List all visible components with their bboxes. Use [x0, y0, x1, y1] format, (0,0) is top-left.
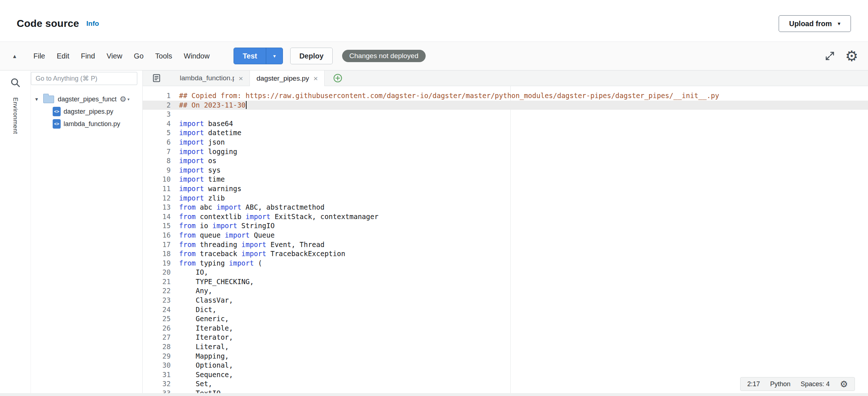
line-number: 10	[143, 175, 174, 184]
code-line[interactable]: 13from abc import ABC, abstractmethod	[143, 203, 868, 212]
code-line[interactable]: 25 Generic,	[143, 314, 868, 324]
code-text: ## Copied from: https://raw.githubuserco…	[174, 91, 719, 101]
code-text: TYPE_CHECKING,	[174, 277, 254, 287]
settings-gear-icon[interactable]: ⚙	[845, 49, 858, 63]
code-line[interactable]: 8import os	[143, 156, 868, 166]
code-text: import time	[174, 175, 225, 184]
code-lines: 1## Copied from: https://raw.githubuserc…	[143, 86, 868, 393]
line-number: 8	[143, 156, 174, 166]
menu-window[interactable]: Window	[178, 52, 215, 60]
upload-from-button[interactable]: Upload from ▾	[779, 15, 851, 32]
file-list-icon[interactable]	[152, 73, 161, 83]
close-tab-icon[interactable]: ×	[239, 74, 243, 82]
code-line[interactable]: 26 Iterable,	[143, 324, 868, 333]
code-text: Sequence,	[174, 370, 233, 380]
code-line[interactable]: 18from traceback import TracebackExcepti…	[143, 249, 868, 259]
code-editor[interactable]: 1## Copied from: https://raw.githubuserc…	[143, 86, 868, 393]
line-number: 13	[143, 203, 174, 212]
line-number: 27	[143, 333, 174, 342]
collapse-panel-icon[interactable]: ▴	[13, 52, 23, 60]
new-tab-icon[interactable]	[333, 73, 343, 83]
menu-go[interactable]: Go	[128, 52, 150, 60]
code-line[interactable]: 14from contextlib import ExitStack, cont…	[143, 212, 868, 222]
tab-dagster_pipes.py[interactable]: dagster_pipes.py×	[250, 70, 325, 86]
code-line[interactable]: 9import sys	[143, 166, 868, 175]
python-file-icon: <>	[53, 107, 61, 116]
code-line[interactable]: 20 IO,	[143, 268, 868, 277]
folder-settings-gear-icon[interactable]: ⚙▾	[119, 96, 129, 103]
search-icon[interactable]	[10, 77, 21, 88]
folder-icon	[43, 96, 54, 103]
code-line[interactable]: 28 Literal,	[143, 342, 868, 352]
line-number: 20	[143, 268, 174, 277]
code-text: Generic,	[174, 314, 229, 324]
cursor-position[interactable]: 2:17	[747, 380, 760, 388]
code-text: Any,	[174, 286, 212, 296]
fullscreen-icon[interactable]	[824, 50, 835, 61]
code-line[interactable]: 7import logging	[143, 147, 868, 157]
code-line[interactable]: 1## Copied from: https://raw.githubuserc…	[143, 91, 868, 101]
language-mode[interactable]: Python	[770, 380, 790, 388]
code-text: from io import StringIO	[174, 221, 275, 231]
line-number: 12	[143, 194, 174, 203]
code-text	[174, 110, 179, 119]
line-number: 6	[143, 138, 174, 147]
menu-view[interactable]: View	[101, 52, 128, 60]
tab-label: lambda_function.py	[180, 74, 234, 82]
code-line[interactable]: 15from io import StringIO	[143, 221, 868, 231]
code-text: from contextlib import ExitStack, contex…	[174, 212, 378, 222]
code-line[interactable]: 3	[143, 110, 868, 119]
environment-tab[interactable]: Environment	[12, 97, 19, 134]
indent-setting[interactable]: Spaces: 4	[801, 380, 830, 388]
code-line[interactable]: 17from threading import Event, Thread	[143, 240, 868, 250]
code-line[interactable]: 19from typing import (	[143, 259, 868, 268]
code-text: Literal,	[174, 342, 229, 352]
disclosure-triangle-icon[interactable]: ▾	[35, 96, 43, 102]
editor-column: lambda_function.py×dagster_pipes.py× 1##…	[143, 70, 868, 393]
line-number: 17	[143, 240, 174, 250]
code-text: Optional,	[174, 361, 233, 370]
code-text: from traceback import TracebackException	[174, 249, 345, 259]
chevron-down-icon: ▾	[837, 20, 840, 27]
test-split-button: Test ▾	[234, 48, 283, 64]
code-line[interactable]: 23 ClassVar,	[143, 296, 868, 305]
menu-find[interactable]: Find	[75, 52, 101, 60]
test-button[interactable]: Test	[234, 48, 266, 64]
code-line[interactable]: 12import zlib	[143, 194, 868, 203]
file-tree: ▾ dagster_pipes_funct ⚙▾ <>dagster_pipes…	[31, 93, 142, 130]
menu-file[interactable]: File	[28, 52, 51, 60]
code-line[interactable]: 16from queue import Queue	[143, 231, 868, 240]
code-text: ## On 2023-11-30	[174, 101, 247, 110]
code-line[interactable]: 21 TYPE_CHECKING,	[143, 277, 868, 287]
goto-anything-input[interactable]	[31, 72, 137, 85]
tab-lambda_function.py[interactable]: lambda_function.py×	[173, 70, 250, 86]
info-link[interactable]: Info	[86, 20, 99, 28]
editor-settings-gear-icon[interactable]: ⚙	[840, 380, 848, 389]
tree-folder-row[interactable]: ▾ dagster_pipes_funct ⚙▾	[31, 93, 142, 105]
code-line[interactable]: 10import time	[143, 175, 868, 184]
line-number: 29	[143, 352, 174, 361]
menu-tools[interactable]: Tools	[149, 52, 178, 60]
tree-file-lambda_function.py[interactable]: <>lambda_function.py	[31, 118, 142, 130]
code-line[interactable]: 4import base64	[143, 119, 868, 129]
close-tab-icon[interactable]: ×	[313, 74, 318, 82]
code-line[interactable]: 6import json	[143, 138, 868, 147]
code-line[interactable]: 29 Mapping,	[143, 352, 868, 361]
menu-edit[interactable]: Edit	[51, 52, 75, 60]
left-dock: Environment	[0, 70, 31, 393]
deploy-status-badge: Changes not deployed	[342, 50, 426, 62]
code-line[interactable]: 30 Optional,	[143, 361, 868, 370]
code-line[interactable]: 11import warnings	[143, 184, 868, 194]
code-line[interactable]: 24 Dict,	[143, 305, 868, 315]
line-number: 31	[143, 370, 174, 380]
line-number: 14	[143, 212, 174, 222]
deploy-button[interactable]: Deploy	[290, 48, 333, 64]
tree-file-dagster_pipes.py[interactable]: <>dagster_pipes.py	[31, 105, 142, 118]
python-file-icon: <>	[53, 119, 61, 129]
test-dropdown-button[interactable]: ▾	[266, 48, 283, 64]
panel-header: Code source Info Upload from ▾	[0, 0, 868, 41]
code-line[interactable]: 22 Any,	[143, 286, 868, 296]
code-line[interactable]: 27 Iterator,	[143, 333, 868, 342]
code-line[interactable]: 5import datetime	[143, 128, 868, 138]
code-line[interactable]: 2## On 2023-11-30	[143, 101, 868, 110]
